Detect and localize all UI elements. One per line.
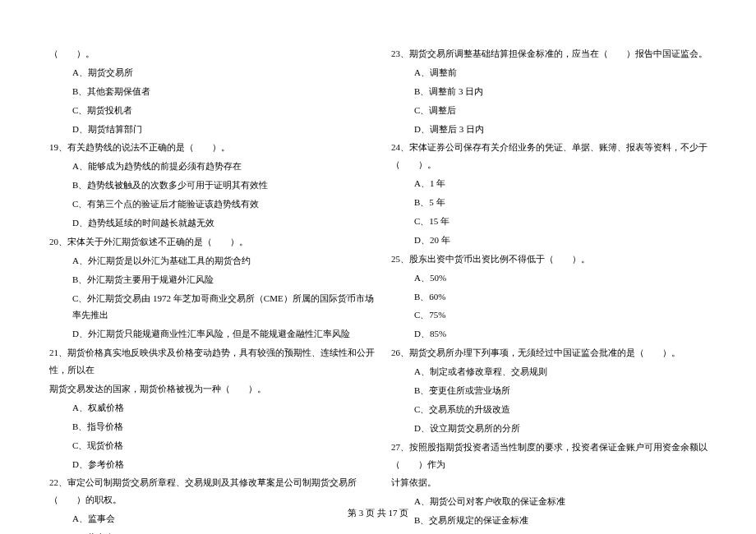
q24-opt-b: B、5 年: [391, 194, 717, 211]
q24-opt-a: A、1 年: [391, 175, 717, 192]
q23-opt-d: D、调整后 3 日内: [391, 121, 717, 138]
q23-opt-b: B、调整前 3 日内: [391, 83, 717, 100]
q21-opt-b: B、指导价格: [49, 418, 375, 435]
exam-page: （ ）。 A、期货交易所 B、其他套期保值者 C、期货投机者 D、期货结算部门 …: [0, 0, 756, 534]
q19-opt-a: A、能够成为趋势线的前提必须有趋势存在: [49, 158, 375, 175]
q18-opt-a: A、期货交易所: [49, 64, 375, 81]
q26-opt-b: B、变更住所或营业场所: [391, 382, 717, 399]
q20-stem: 20、宋体关于外汇期货叙述不正确的是（ ）。: [49, 233, 375, 251]
left-column: （ ）。 A、期货交易所 B、其他套期保值者 C、期货投机者 D、期货结算部门 …: [49, 45, 375, 534]
q21-opt-d: D、参考价格: [49, 456, 375, 473]
q24-stem: 24、宋体证券公司保存有关介绍业务的凭证、单据、账簿、报表等资料，不少于（ ）。: [391, 139, 717, 173]
q24-opt-c: C、15 年: [391, 213, 717, 230]
q20-opt-b: B、外汇期货主要用于规避外汇风险: [49, 271, 375, 288]
q25-opt-d: D、85%: [391, 325, 717, 343]
page-footer: 第 3 页 共 17 页: [0, 507, 756, 519]
q23-stem: 23、期货交易所调整基础结算担保金标准的，应当在（ ）报告中国证监会。: [391, 45, 717, 62]
q23-opt-a: A、调整前: [391, 64, 717, 81]
q21-stem-line1: 21、期货价格真实地反映供求及价格变动趋势，具有较强的预期性、连续性和公开性，所…: [49, 344, 375, 379]
q19-opt-d: D、趋势线延续的时间越长就越无效: [49, 214, 375, 232]
q19-opt-b: B、趋势线被触及的次数多少可用于证明其有效性: [49, 177, 375, 194]
q25-opt-c: C、75%: [391, 306, 717, 324]
q24-opt-d: D、20 年: [391, 232, 717, 249]
q26-stem: 26、期货交易所办理下列事项，无须经过中国证监会批准的是（ ）。: [391, 344, 717, 361]
q23-opt-c: C、调整后: [391, 102, 717, 119]
q21-opt-c: C、现货价格: [49, 437, 375, 454]
q19-stem: 19、有关趋势线的说法不正确的是（ ）。: [49, 139, 375, 156]
right-column: 23、期货交易所调整基础结算担保金标准的，应当在（ ）报告中国证监会。 A、调整…: [391, 45, 717, 534]
q21-opt-a: A、权威价格: [49, 399, 375, 417]
q18-opt-d: D、期货结算部门: [49, 121, 375, 138]
q27-stem-line1: 27、按照股指期货投资者适当性制度的要求，投资者保证金账户可用资金余额以（ ）作…: [391, 439, 717, 473]
q20-opt-a: A、外汇期货是以外汇为基础工具的期货合约: [49, 252, 375, 269]
q27-stem-line2: 计算依据。: [391, 474, 717, 491]
q26-opt-d: D、设立期货交易所的分所: [391, 420, 717, 437]
q25-stem: 25、股东出资中货币出资比例不得低于（ ）。: [391, 251, 717, 268]
q27-opt-c: C、交易所对结算会员收取的保证金标准: [391, 531, 717, 534]
q25-opt-a: A、50%: [391, 269, 717, 287]
q25-opt-b: B、60%: [391, 288, 717, 306]
q18-stem-cont: （ ）。: [49, 45, 375, 62]
q26-opt-c: C、交易系统的升级改造: [391, 401, 717, 418]
q19-opt-c: C、有第三个点的验证后才能验证该趋势线有效: [49, 196, 375, 213]
q18-opt-b: B、其他套期保值者: [49, 83, 375, 100]
q22-stem: 22、审定公司制期货交易所章程、交易规则及其修改草案是公司制期货交易所（ ）的职…: [49, 474, 375, 509]
q18-opt-c: C、期货投机者: [49, 102, 375, 119]
q22-opt-b: B、董事会: [49, 529, 375, 534]
q20-opt-d: D、外汇期货只能规避商业性汇率风险，但是不能规避金融性汇率风险: [49, 325, 375, 343]
q21-stem-line2: 期货交易发达的国家，期货价格被视为一种（ ）。: [49, 380, 375, 398]
q26-opt-a: A、制定或者修改章程、交易规则: [391, 363, 717, 380]
q20-opt-c: C、外汇期货交易由 1972 年芝加哥商业交易所（CME）所属的国际货币市场率先…: [49, 290, 375, 325]
